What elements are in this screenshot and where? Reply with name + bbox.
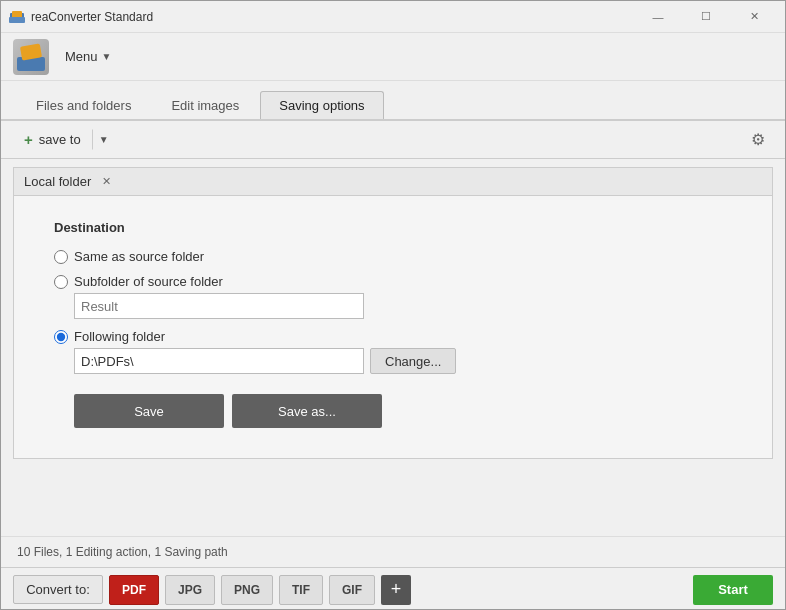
add-format-button[interactable]: + [381,575,411,605]
destination-label: Destination [54,220,732,235]
panel-close-button[interactable]: ✕ [99,175,114,188]
bottom-bar: Convert to: PDF JPG PNG TIF GIF + Start [1,567,785,610]
convert-to-label: Convert to: [13,575,103,604]
status-text: 10 Files, 1 Editing action, 1 Saving pat… [17,545,228,559]
close-button[interactable]: ✕ [731,1,777,33]
format-pdf-button[interactable]: PDF [109,575,159,605]
status-bar: 10 Files, 1 Editing action, 1 Saving pat… [1,536,785,567]
panel-header: Local folder ✕ [14,168,772,196]
folder-path-input[interactable] [74,348,364,374]
tab-saving[interactable]: Saving options [260,91,383,119]
radio-subfolder: Subfolder of source folder [54,274,732,289]
radio-subfolder-group: Subfolder of source folder [54,274,732,319]
radio-same-label[interactable]: Same as source folder [74,249,204,264]
save-to-label: save to [39,132,81,147]
change-button[interactable]: Change... [370,348,456,374]
save-to-button[interactable]: + save to [13,126,92,153]
radio-following-label[interactable]: Following folder [74,329,165,344]
plus-icon: + [24,131,33,148]
app-title: reaConverter Standard [31,10,153,24]
format-gif-button[interactable]: GIF [329,575,375,605]
radio-same-input[interactable] [54,250,68,264]
panel-body: Destination Same as source folder Subfol… [14,196,772,458]
radio-following: Following folder [54,329,732,344]
minimize-button[interactable]: — [635,1,681,33]
local-folder-panel: Local folder ✕ Destination Same as sourc… [13,167,773,459]
radio-subfolder-label[interactable]: Subfolder of source folder [74,274,223,289]
subfolder-text-input[interactable] [74,293,364,319]
format-png-button[interactable]: PNG [221,575,273,605]
radio-same-source: Same as source folder [54,249,732,264]
menu-button[interactable]: Menu ▼ [57,45,119,68]
panel-title: Local folder [24,174,91,189]
app-logo [13,39,49,75]
format-jpg-button[interactable]: JPG [165,575,215,605]
menu-label: Menu [65,49,98,64]
radio-group: Same as source folder Subfolder of sourc… [54,249,732,374]
menu-dropdown-arrow: ▼ [102,51,112,62]
window-controls: — ☐ ✕ [635,1,777,33]
menu-bar: Menu ▼ [1,33,785,81]
radio-following-input[interactable] [54,330,68,344]
tab-edit[interactable]: Edit images [152,91,258,119]
app-icon [9,9,25,25]
tab-files[interactable]: Files and folders [17,91,150,119]
radio-following-group: Following folder Change... [54,329,732,374]
title-bar: reaConverter Standard — ☐ ✕ [1,1,785,33]
start-button[interactable]: Start [693,575,773,605]
format-tif-button[interactable]: TIF [279,575,323,605]
content-area: Local folder ✕ Destination Same as sourc… [1,159,785,536]
save-button[interactable]: Save [74,394,224,428]
svg-rect-2 [9,17,25,23]
maximize-button[interactable]: ☐ [683,1,729,33]
radio-subfolder-input[interactable] [54,275,68,289]
toolbar-left: + save to ▼ [13,126,116,153]
save-to-dropdown-button[interactable]: ▼ [92,129,116,150]
following-folder-row: Change... [74,348,732,374]
save-as-button[interactable]: Save as... [232,394,382,428]
settings-button[interactable]: ⚙ [743,126,773,153]
toolbar: + save to ▼ ⚙ [1,121,785,159]
tab-bar: Files and folders Edit images Saving opt… [1,81,785,121]
save-row: Save Save as... [74,394,732,428]
